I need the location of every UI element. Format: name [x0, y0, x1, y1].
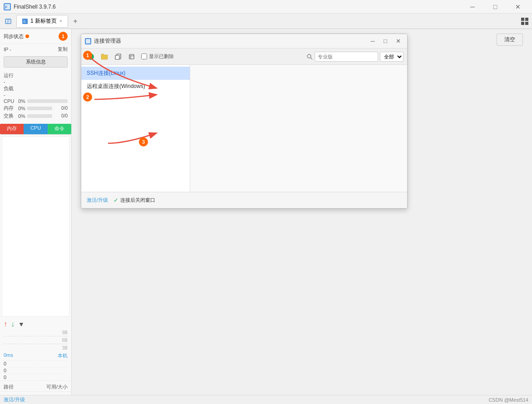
grid-view-icon[interactable] [519, 16, 530, 27]
brand-label: CSDN @Mest514 [488, 397, 528, 403]
disk-header: 路径 可用/大小 [0, 380, 71, 391]
bottom-bar: 激活/升级 CSDN @Mest514 [0, 395, 532, 404]
close-after-connect-row: ✓ 连接后关闭窗口 [113, 197, 155, 204]
svg-rect-8 [525, 22, 528, 25]
net-6b-line [4, 336, 68, 337]
tab-1[interactable]: S 1 新标签页 × [16, 15, 68, 28]
close-button[interactable]: ✕ [507, 0, 528, 14]
sidebar-header: 同步状态 1 [0, 29, 71, 44]
svg-rect-7 [521, 22, 524, 25]
dialog-close-button[interactable]: ✕ [393, 36, 404, 46]
dialog-title-bar: 连接管理器 ─ □ ✕ [81, 34, 407, 49]
main-layout: 同步状态 1 IP - 复制 系统信息 运行 - 负载 - CPU [0, 29, 532, 404]
edit-button[interactable] [126, 51, 138, 63]
tab-mem[interactable]: 内存 [0, 124, 24, 134]
dialog-controls: ─ □ ✕ [367, 36, 404, 46]
mem-value: 0% [18, 106, 25, 111]
swap-row: 交换 0% 0/0 [4, 112, 68, 119]
copy-button[interactable]: 复制 [58, 46, 68, 53]
title-bar: F FinalShell 3.9.7.6 ─ □ ✕ [0, 0, 532, 14]
sync-dot [25, 34, 29, 38]
connection-tree: SSH连接(Linux) 远程桌面连接(Windows) [81, 65, 190, 192]
dialog-minimize-button[interactable]: ─ [367, 36, 378, 46]
swap-bar [27, 114, 52, 118]
search-input[interactable] [315, 52, 378, 62]
ip-row: IP - 复制 [0, 44, 71, 54]
mem-ratio: 0/0 [54, 106, 68, 111]
sidebar-chart [2, 136, 69, 316]
net-6b: 6B [4, 338, 68, 343]
svg-rect-12 [129, 54, 134, 59]
filter-select[interactable]: 全部 [380, 52, 404, 62]
net-3b: 3B [4, 346, 68, 350]
sysinfo-button[interactable]: 系统信息 [4, 56, 68, 68]
copy-connection-button[interactable] [112, 51, 124, 63]
svg-text:F: F [5, 5, 8, 10]
badge-1: 1 [59, 32, 68, 41]
latency-row: 0ms 本机 [0, 350, 71, 360]
cpu-label: CPU [4, 98, 16, 104]
net-chart-area: 9B 6B 3B [0, 330, 71, 350]
download-arrow-icon: ↓ [11, 320, 15, 328]
search-box: 全部 [306, 52, 404, 62]
minimize-button[interactable]: ─ [462, 0, 483, 14]
latency-host: 本机 [58, 352, 68, 359]
rdp-windows-item[interactable]: 远程桌面连接(Windows) [81, 80, 190, 93]
run-label: 运行 - [4, 72, 16, 84]
load-row: 负载 - [4, 85, 68, 97]
dialog-maximize-button[interactable]: □ [380, 36, 391, 46]
badge-circle-1: 1 [83, 51, 92, 60]
ping-1: 0 [4, 367, 68, 374]
back-toolbar-button[interactable] [2, 15, 15, 28]
ping-0: 0 [4, 360, 68, 367]
network-arrows: ↑ ↓ ▼ [0, 318, 71, 330]
dialog-body: SSH连接(Linux) 远程桌面连接(Windows) [81, 65, 407, 192]
svg-text:S: S [23, 19, 25, 24]
dialog-overlay: 连接管理器 ─ □ ✕ [72, 29, 532, 404]
swap-label: 交换 [4, 112, 16, 119]
folder-button[interactable] [99, 51, 110, 63]
tab-cpu[interactable]: CPU [24, 124, 47, 134]
dropdown-arrow-icon[interactable]: ▼ [18, 321, 25, 328]
dialog-title-left: 连接管理器 [85, 37, 121, 45]
connection-manager-dialog: 连接管理器 ─ □ ✕ [81, 34, 408, 209]
dialog-activate-link[interactable]: 激活/升级 [87, 197, 108, 204]
show-deleted-label: 显示已删除 [149, 53, 174, 60]
dialog-toolbar: 显示已删除 全部 [81, 49, 407, 65]
svg-line-16 [310, 58, 312, 59]
tab-bar: S 1 新标签页 × + [0, 14, 532, 29]
add-tab-button[interactable]: + [70, 16, 81, 27]
net-3b-line [4, 344, 68, 345]
show-deleted-row: 显示已删除 [141, 53, 174, 60]
tab-cmd[interactable]: 命令 [48, 124, 71, 134]
maximize-button[interactable]: □ [485, 0, 506, 14]
svg-rect-11 [115, 55, 119, 59]
svg-point-15 [307, 54, 311, 58]
tab-1-label: 1 新标签页 [30, 17, 57, 25]
latency-value: 0ms [4, 352, 13, 359]
cpu-value: 0% [18, 98, 25, 104]
badge-circle-2: 2 [83, 92, 92, 102]
app-icon: F [4, 3, 11, 10]
title-bar-left: F FinalShell 3.9.7.6 [4, 3, 56, 10]
ping-lines: 0 0 0 [0, 360, 71, 380]
svg-rect-6 [525, 18, 528, 21]
badge-circle-3: 3 [139, 137, 148, 146]
disk-path-label: 路径 [4, 384, 46, 390]
info-section: 运行 - 负载 - CPU 0% 内存 0% 0/0 [0, 69, 71, 122]
svg-rect-9 [86, 39, 90, 44]
swap-value: 0% [18, 113, 25, 119]
tab-1-close[interactable]: × [59, 19, 62, 24]
app-title: FinalShell 3.9.7.6 [14, 4, 56, 10]
svg-rect-5 [521, 18, 524, 21]
close-after-connect-label: 连接后关闭窗口 [120, 197, 155, 204]
ssh-linux-item[interactable]: SSH连接(Linux) [81, 67, 190, 80]
mem-row: 内存 0% 0/0 [4, 105, 68, 112]
sync-label: 同步状态 [4, 33, 24, 40]
net-lines: 9B 6B 3B [4, 330, 68, 350]
activate-bottom-link[interactable]: 激活/升级 [4, 396, 25, 403]
disk-size-label: 可用/大小 [46, 384, 68, 390]
show-deleted-checkbox[interactable] [141, 54, 147, 59]
window-controls: ─ □ ✕ [462, 0, 528, 14]
dialog-title: 连接管理器 [94, 37, 121, 45]
